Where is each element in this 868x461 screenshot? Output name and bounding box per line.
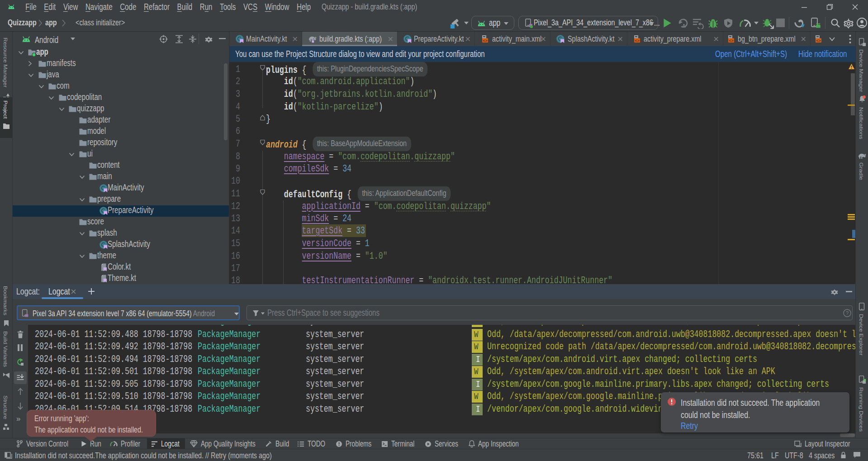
svg-text:?: ? xyxy=(846,310,849,316)
svg-text:<>: <> xyxy=(483,39,488,43)
svg-text:<>: <> xyxy=(729,39,734,43)
svg-text:<>: <> xyxy=(816,39,821,43)
svg-text:A: A xyxy=(682,23,686,29)
svg-text:<>: <> xyxy=(635,39,640,43)
